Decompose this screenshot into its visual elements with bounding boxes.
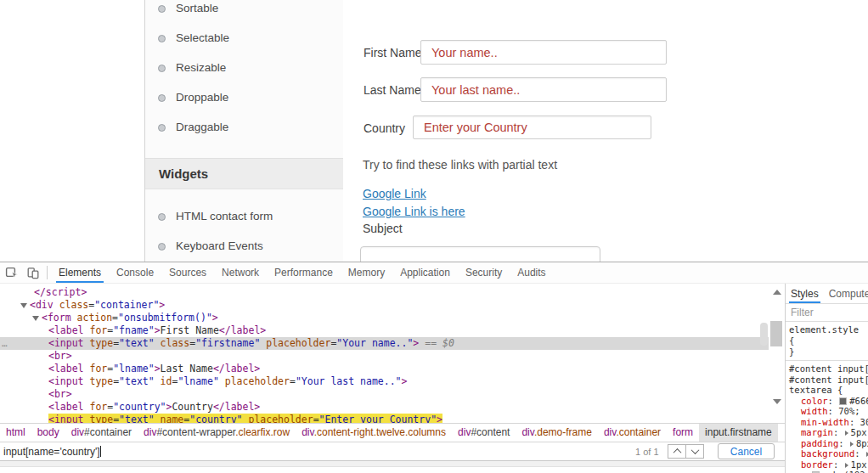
google-link[interactable]: Google Link	[363, 187, 426, 200]
last-name-label: Last Name	[364, 83, 421, 97]
tab-network[interactable]: Network	[214, 262, 267, 283]
search-input[interactable]: input[name='country']	[3, 446, 100, 458]
element-style-rule[interactable]: element.style { }	[786, 322, 868, 361]
first-name-input[interactable]	[420, 40, 667, 65]
bullet-icon	[158, 243, 166, 251]
css-property-name: padding	[801, 438, 838, 448]
text-caret	[100, 446, 101, 457]
bullet-icon	[158, 124, 166, 132]
breadcrumb-item[interactable]: div#container	[65, 424, 138, 442]
css-property-value: 5px 0	[851, 427, 868, 437]
sidebar-item-label: Keyboard Events	[176, 239, 263, 252]
twisty-expanded-icon[interactable]	[32, 316, 39, 321]
sidebar-widgets-list: HTML contact formKeyboard EventsAutomati…	[145, 208, 343, 262]
css-property-row[interactable]: width: 70%;	[789, 406, 868, 417]
sidebar-section-header: Widgets	[145, 158, 343, 189]
breadcrumb-item[interactable]: form	[667, 424, 699, 442]
sidebar-item-keyboard-events[interactable]: Keyboard Events	[145, 238, 343, 262]
styles-pane-tab-computed[interactable]: Computed	[824, 284, 868, 303]
scroll-up-icon[interactable]	[773, 290, 781, 295]
tab-sources[interactable]: Sources	[161, 262, 214, 283]
device-toolbar-icon[interactable]	[24, 263, 42, 282]
tree-node[interactable]: <label for="fname">First Name</label>	[0, 324, 769, 337]
first-name-label: First Name	[364, 46, 421, 59]
bullet-icon	[158, 65, 166, 72]
css-selector[interactable]: #content input[ty	[789, 374, 868, 386]
search-match-highlight: <input type="text" name="country" placeh…	[48, 414, 442, 423]
scroll-down-icon[interactable]	[773, 399, 781, 404]
styles-filter-input[interactable]: Filter	[786, 304, 868, 322]
scrollbar-thumb[interactable]	[770, 321, 782, 346]
tab-application[interactable]: Application	[392, 262, 458, 283]
css-value-detail: rgba(192	[789, 470, 868, 473]
devtools-panel: ElementsConsoleSourcesNetworkPerformance…	[0, 262, 868, 473]
web-page: SortableSelectableResizableDroppableDrag…	[0, 0, 868, 262]
tab-security[interactable]: Security	[458, 262, 510, 283]
css-property-row[interactable]: color: #666;	[789, 396, 868, 407]
last-name-input[interactable]	[420, 77, 667, 102]
css-property-name: margin	[801, 427, 833, 437]
matched-css-rule: #content input[ty#content input[tytextar…	[786, 361, 868, 473]
breadcrumb-item[interactable]: body	[31, 424, 65, 442]
sidebar-item-html-contact-form[interactable]: HTML contact form	[145, 208, 343, 238]
css-property-row[interactable]: min-width: 300px	[789, 417, 868, 428]
breadcrumb-item[interactable]: input.firstname	[699, 424, 778, 442]
tab-memory[interactable]: Memory	[341, 262, 392, 283]
css-selector[interactable]: #content input[ty	[789, 363, 868, 374]
tree-node[interactable]: <form action="onsubmitform()">	[0, 312, 769, 324]
expand-arrow-icon[interactable]	[845, 431, 848, 436]
css-selector[interactable]: textarea {	[789, 385, 868, 396]
tree-node[interactable]: </script>	[0, 286, 769, 299]
breadcrumb-item[interactable]: div.content-right.twelve.columns	[296, 424, 452, 442]
search-bar: input[name='country'] 1 of 1 Cancel	[0, 442, 785, 460]
breadcrumb-item[interactable]: div#content-wrapper.clearfix.row	[138, 424, 296, 442]
search-match-count: 1 of 1	[635, 447, 659, 457]
css-property-row[interactable]: padding: 8px 1	[789, 438, 868, 449]
tree-node[interactable]: <div class="container">	[0, 299, 769, 312]
tree-node[interactable]: …<input type="text" class="firstname" pl…	[0, 337, 769, 350]
subject-textarea[interactable]	[360, 246, 600, 262]
country-input[interactable]	[413, 115, 651, 139]
tree-node[interactable]: <label for="country">Country</label>	[0, 401, 769, 414]
search-previous-button[interactable]	[668, 444, 686, 459]
sidebar-item-droppable[interactable]: Droppable	[145, 89, 343, 119]
color-swatch[interactable]	[839, 397, 847, 405]
expand-arrow-icon[interactable]	[845, 463, 848, 468]
search-next-button[interactable]	[685, 444, 704, 459]
bullet-icon	[158, 5, 166, 13]
css-property-name: width	[801, 406, 828, 416]
css-property-value: #666;	[849, 396, 868, 406]
breadcrumb-item[interactable]: div.demo-frame	[516, 424, 597, 442]
css-property-row[interactable]: border: 1px s	[789, 459, 868, 470]
css-property-row[interactable]: margin: 5px 0	[789, 427, 868, 438]
styles-pane-tab-styles[interactable]: Styles	[786, 284, 824, 303]
tab-elements[interactable]: Elements	[51, 262, 109, 283]
sidebar-item-draggable[interactable]: Draggable	[145, 119, 343, 149]
tab-performance[interactable]: Performance	[267, 262, 341, 283]
tree-node[interactable]: <br>	[0, 350, 769, 363]
sidebar-item-sortable[interactable]: Sortable	[145, 0, 343, 30]
tree-node[interactable]: <input type="text" id="lname" placeholde…	[0, 375, 769, 388]
css-property-value: 8px 1	[856, 438, 868, 448]
css-property-row[interactable]: background:	[789, 448, 868, 459]
tab-console[interactable]: Console	[109, 262, 161, 283]
inspect-element-icon[interactable]	[3, 263, 21, 282]
overlay-scrollbar-thumb[interactable]	[760, 323, 768, 346]
sidebar-item-selectable[interactable]: Selectable	[145, 30, 343, 59]
tree-node[interactable]: <input type="text" name="country" placeh…	[0, 414, 769, 423]
tree-node[interactable]: <label for="lname">Last Name</label>	[0, 363, 769, 375]
sidebar-item-resizable[interactable]: Resizable	[145, 59, 343, 89]
css-property-name: background	[801, 448, 854, 459]
cancel-button[interactable]: Cancel	[718, 443, 775, 459]
tree-node[interactable]: <br>	[0, 388, 769, 401]
breadcrumb-item[interactable]: html	[0, 424, 31, 442]
css-property-value: 1px s	[851, 459, 868, 470]
elements-scrollbar	[769, 284, 785, 423]
expand-arrow-icon[interactable]	[850, 442, 854, 447]
tab-audits[interactable]: Audits	[510, 262, 553, 283]
twisty-expanded-icon[interactable]	[20, 303, 27, 308]
breadcrumb-item[interactable]: div.container	[598, 424, 667, 442]
toolbar-divider	[47, 266, 48, 279]
breadcrumb-item[interactable]: div#content	[452, 424, 516, 442]
google-link-is-here[interactable]: Google Link is here	[363, 205, 465, 218]
